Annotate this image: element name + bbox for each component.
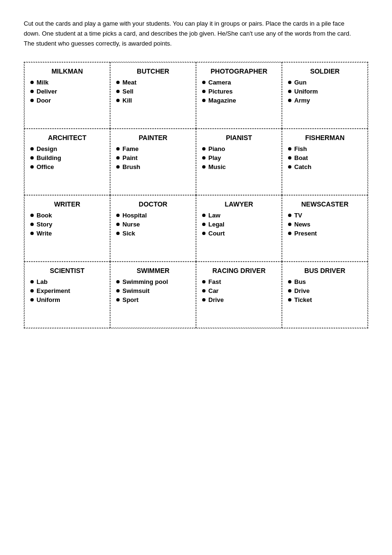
- card-item-text: Legal: [208, 221, 224, 228]
- card-item: Music: [202, 163, 276, 170]
- job-card: SOLDIERGunUniformArmy: [282, 62, 368, 129]
- card-item-text: News: [294, 221, 310, 228]
- card-item: Sell: [116, 88, 190, 95]
- card-item-text: Fast: [208, 278, 221, 285]
- bullet-icon: [30, 289, 34, 292]
- card-item-text: Ticket: [294, 296, 312, 303]
- card-item-text: Milk: [37, 79, 48, 86]
- job-card: ARCHITECTDesignBuildingOffice: [24, 129, 110, 195]
- bullet-icon: [30, 81, 34, 84]
- card-item: Experiment: [30, 287, 104, 294]
- card-title: BUTCHER: [116, 67, 190, 75]
- card-item-text: Hospital: [122, 212, 147, 219]
- job-card: PAINTERFamePaintBrush: [110, 129, 196, 195]
- card-item-text: Uniform: [294, 88, 318, 95]
- card-item: Write: [30, 230, 104, 237]
- bullet-icon: [116, 232, 120, 235]
- bullet-icon: [288, 81, 291, 84]
- card-item: Office: [30, 163, 104, 170]
- card-item: Uniform: [30, 296, 104, 303]
- card-item: Gun: [288, 79, 362, 86]
- card-item-text: Music: [208, 163, 226, 170]
- card-item: Book: [30, 212, 104, 219]
- bullet-icon: [30, 165, 34, 169]
- job-card: FISHERMANFishBoatCatch: [282, 129, 368, 195]
- bullet-icon: [288, 280, 291, 283]
- bullet-icon: [288, 165, 291, 169]
- card-item: Magazine: [202, 97, 276, 104]
- card-items-list: FamePaintBrush: [116, 145, 190, 170]
- card-item: Brush: [116, 163, 190, 170]
- card-item-text: Write: [37, 230, 52, 237]
- instructions-text: Cut out the cards and play a game with y…: [24, 19, 356, 48]
- card-item-text: Office: [37, 163, 54, 170]
- card-item: Army: [288, 97, 362, 104]
- job-card: LAWYERLawLegalCourt: [196, 195, 282, 262]
- bullet-icon: [202, 298, 205, 301]
- card-item-text: TV: [294, 212, 302, 219]
- bullet-icon: [116, 156, 120, 160]
- card-item: Fast: [202, 278, 276, 285]
- card-item-text: Swimsuit: [122, 287, 149, 294]
- bullet-icon: [116, 81, 120, 84]
- card-item-text: Play: [208, 154, 221, 161]
- card-item: Fish: [288, 145, 362, 152]
- card-items-list: CameraPicturesMagazine: [202, 79, 276, 104]
- card-item-text: Design: [37, 145, 57, 152]
- card-title: PAINTER: [116, 134, 190, 141]
- bullet-icon: [30, 280, 34, 283]
- card-item: Sick: [116, 230, 190, 237]
- card-item: Building: [30, 154, 104, 161]
- job-card: MILKMANMilkDeliverDoor: [24, 62, 110, 129]
- job-card: PHOTOGRAPHERCameraPicturesMagazine: [196, 62, 282, 129]
- card-title: SOLDIER: [288, 67, 362, 75]
- bullet-icon: [288, 214, 291, 217]
- bullet-icon: [202, 280, 205, 283]
- bullet-icon: [288, 223, 291, 226]
- job-card: SWIMMERSwimming poolSwimsuitSport: [110, 262, 196, 328]
- card-item: Hospital: [116, 212, 190, 219]
- bullet-icon: [116, 99, 120, 102]
- card-item-text: Nurse: [122, 221, 140, 228]
- job-card: RACING DRIVERFastCarDrive: [196, 262, 282, 328]
- bullet-icon: [202, 165, 205, 169]
- card-item-text: Sport: [122, 296, 139, 303]
- bullet-icon: [116, 214, 120, 217]
- card-item: Nurse: [116, 221, 190, 228]
- card-item: Meat: [116, 79, 190, 86]
- card-item-text: Building: [37, 154, 61, 161]
- card-item-text: Fame: [122, 145, 139, 152]
- card-item-text: Present: [294, 230, 317, 237]
- job-card: BUS DRIVERBusDriveTicket: [282, 262, 368, 328]
- bullet-icon: [202, 289, 205, 292]
- card-title: DOCTOR: [116, 200, 190, 208]
- card-item: Piano: [202, 145, 276, 152]
- bullet-icon: [288, 298, 291, 301]
- card-item: News: [288, 221, 362, 228]
- card-items-list: LawLegalCourt: [202, 212, 276, 237]
- card-item-text: Camera: [208, 79, 231, 86]
- card-item: Paint: [116, 154, 190, 161]
- bullet-icon: [202, 223, 205, 226]
- card-item: Court: [202, 230, 276, 237]
- card-item-text: Drive: [294, 287, 310, 294]
- card-item: Boat: [288, 154, 362, 161]
- card-item-text: Uniform: [37, 296, 60, 303]
- bullet-icon: [202, 156, 205, 160]
- card-item: Fame: [116, 145, 190, 152]
- card-item-text: Catch: [294, 163, 311, 170]
- bullet-icon: [202, 232, 205, 235]
- card-item: Ticket: [288, 296, 362, 303]
- job-card: DOCTORHospitalNurseSick: [110, 195, 196, 262]
- bullet-icon: [202, 81, 205, 84]
- card-items-list: FastCarDrive: [202, 278, 276, 303]
- card-item-text: Lab: [37, 278, 47, 285]
- card-title: FISHERMAN: [288, 134, 362, 141]
- card-item-text: Deliver: [37, 88, 57, 95]
- job-card: SCIENTISTLabExperimentUniform: [24, 262, 110, 328]
- card-item-text: Brush: [122, 163, 140, 170]
- card-title: ARCHITECT: [30, 134, 104, 141]
- card-items-list: BookStoryWrite: [30, 212, 104, 237]
- card-title: NEWSCASTER: [288, 200, 362, 208]
- card-items-list: DesignBuildingOffice: [30, 145, 104, 170]
